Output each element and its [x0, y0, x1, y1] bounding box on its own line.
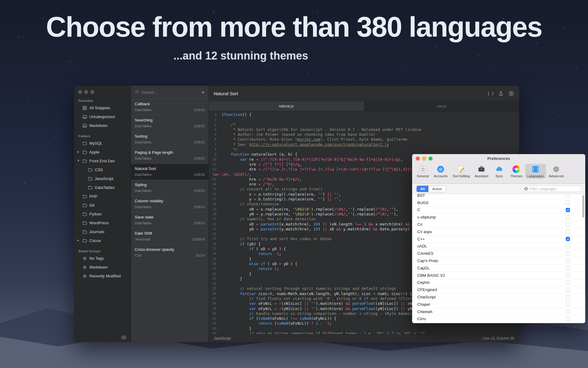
language-checkbox[interactable]	[566, 194, 570, 197]
line-number: 35	[209, 286, 219, 291]
snippet-meta: CSS3/1/14	[135, 254, 205, 257]
sidebar-item-markdown[interactable]: Markdown	[74, 263, 131, 272]
prefs-tab-themes[interactable]: Themes	[508, 164, 525, 179]
prefs-tab-accounts[interactable]: @Accounts	[432, 164, 450, 179]
language-checkbox[interactable]	[566, 266, 570, 270]
braces-icon[interactable]: { }	[488, 91, 494, 96]
sidebar-item-php[interactable]: PHP	[74, 192, 131, 201]
language-checkbox[interactable]	[566, 288, 570, 292]
sidebar-item-apple[interactable]: ▶Apple	[74, 148, 131, 157]
language-checkbox[interactable]	[566, 208, 570, 212]
sidebar-item-cocoa[interactable]: ▶Cocoa	[74, 236, 131, 245]
sidebar-item-recently-modified[interactable]: Recently Modified	[74, 272, 131, 280]
language-row-bugs[interactable]: BUGS	[412, 199, 585, 207]
segment-all[interactable]: All	[417, 186, 428, 192]
filter-languages-field[interactable]: Filter Languages	[521, 186, 581, 192]
sidebar-item-css[interactable]: CSS	[74, 165, 131, 174]
language-checkbox[interactable]	[566, 229, 570, 234]
language-checkbox[interactable]	[566, 309, 570, 314]
language-row-cap-n-proto[interactable]: Cap'n Proto	[412, 257, 585, 265]
sidebar-item-label: Apple	[89, 150, 99, 154]
zoom-button[interactable]	[429, 157, 433, 161]
snippet-item-natural-sort[interactable]: Natural SortDataTables1/26/15	[131, 164, 208, 180]
language-checkbox[interactable]	[566, 215, 570, 219]
sidebar-item-front-end-dev[interactable]: ▶Front End Dev	[74, 157, 131, 165]
language-row-chapel[interactable]: Chapel	[412, 301, 585, 308]
sidebar-item-label: Cocoa	[89, 238, 101, 243]
language-row-bst[interactable]: BST	[412, 194, 585, 199]
share-icon[interactable]	[498, 91, 504, 96]
language-checkbox[interactable]	[566, 259, 570, 263]
snippet-item-date-shift[interactable]: Date ShiftJavaScript12/30/14	[131, 229, 208, 245]
language-checkbox[interactable]	[566, 237, 570, 241]
language-row-c[interactable]: C	[412, 207, 585, 214]
code-text: // rely on string comparison if differen…	[219, 331, 519, 334]
language-row-c[interactable]: C++	[412, 236, 585, 243]
snippet-item-sorting[interactable]: SortingDataTables1/26/15	[131, 132, 208, 148]
sidebar-item-markdown[interactable]: Markdown	[74, 121, 131, 130]
language-status[interactable]: JavaScript	[214, 336, 231, 341]
minimize-button[interactable]	[84, 90, 88, 94]
language-row-c[interactable]: C#	[412, 221, 585, 228]
prefs-tab-assistant[interactable]: Assistant	[472, 164, 490, 179]
close-button[interactable]	[78, 90, 82, 94]
zoom-button[interactable]	[90, 90, 94, 94]
prefs-tab-languages[interactable]: { }Languages	[525, 164, 546, 179]
language-checkbox[interactable]	[566, 244, 570, 248]
language-checkbox[interactable]	[566, 222, 570, 227]
language-checkbox[interactable]	[566, 317, 570, 321]
language-row-cirru[interactable]: Cirru	[412, 316, 585, 323]
sidebar-item-python[interactable]: Python	[74, 210, 131, 218]
language-row-cbm-basic-v2[interactable]: CBM BASIC V2	[412, 272, 585, 279]
snippet-item-searching[interactable]: SearchingDataTables1/26/15	[131, 115, 208, 132]
prefs-tab-advanced[interactable]: Advanced	[547, 164, 566, 179]
add-snippet-button[interactable]: +	[201, 89, 205, 96]
sidebar-item-javascript[interactable]: JavaScript	[74, 174, 131, 183]
disclosure-triangle-icon[interactable]: ▶	[77, 151, 79, 153]
language-row-c-aspx[interactable]: C# aspx	[412, 228, 585, 236]
sidebar-item-all-snippets[interactable]: All Snippets	[74, 103, 131, 112]
toggle-sidebar-icon[interactable]	[121, 335, 127, 339]
sidebar-item-uncategorized[interactable]: Uncategorized	[74, 112, 131, 121]
sidebar-item-datatables[interactable]: DataTables	[74, 183, 131, 192]
language-checkbox[interactable]	[566, 251, 570, 256]
sidebar-item-git[interactable]: Git	[74, 201, 131, 210]
language-row-ceylon[interactable]: Ceylon	[412, 279, 585, 287]
snippet-item-paging-page-length[interactable]: Paging & Page lengthDataTables1/26/15	[131, 148, 208, 164]
tab-natural-js[interactable]: natural.js	[209, 101, 364, 111]
prefs-tab-text-editing[interactable]: Text Editing	[450, 164, 472, 179]
line-number: 15	[209, 187, 219, 192]
language-checkbox[interactable]	[566, 280, 570, 285]
snippet-item-styling[interactable]: StylingDataTables1/26/15	[131, 180, 208, 196]
language-row-camkes[interactable]: CAmkES	[412, 250, 585, 257]
search-input[interactable]: Search...	[141, 90, 199, 95]
language-checkbox[interactable]	[566, 273, 570, 277]
close-button[interactable]	[416, 157, 420, 161]
sidebar-item-wordpress[interactable]: WordPress	[74, 218, 131, 227]
sidebar-item-no-tags[interactable]: No Tags	[74, 254, 131, 263]
language-row-cfengine3[interactable]: CFEngine3	[412, 286, 585, 294]
language-row-chaiscript[interactable]: ChaiScript	[412, 294, 585, 301]
add-tab-icon[interactable]	[508, 91, 514, 96]
snippet-item-column-visibility[interactable]: Column visibilityDataTables1/26/15	[131, 196, 208, 212]
prefs-tab-general[interactable]: General	[415, 164, 431, 179]
sidebar-item-journals[interactable]: Journals	[74, 227, 131, 236]
scrollbar-thumb[interactable]	[582, 195, 584, 218]
snippet-item-callback[interactable]: CallbackDataTables1/26/15	[131, 99, 208, 115]
segment-active[interactable]: Active	[428, 186, 446, 192]
language-row-cadl[interactable]: cADL	[412, 243, 585, 250]
language-checkbox[interactable]	[566, 295, 570, 299]
prefs-tab-sync[interactable]: Sync	[491, 164, 508, 179]
tab-use-js[interactable]: use.js	[364, 101, 519, 111]
language-checkbox[interactable]	[566, 200, 570, 205]
language-row-c-objdump[interactable]: c-objdump	[412, 214, 585, 221]
sidebar-item-mysql[interactable]: MySQL	[74, 139, 131, 148]
snippet-item-cross-browser-opacity[interactable]: Cross-browser opacityCSS3/1/14	[131, 245, 208, 261]
language-row-capdl[interactable]: CapDL	[412, 265, 585, 272]
minimize-button[interactable]	[422, 157, 426, 161]
language-row-cheetah[interactable]: Cheetah	[412, 308, 585, 316]
disclosure-triangle-icon[interactable]: ▶	[77, 160, 80, 162]
disclosure-triangle-icon[interactable]: ▶	[77, 239, 79, 242]
language-checkbox[interactable]	[566, 302, 570, 306]
snippet-item-save-state[interactable]: Save stateDataTables1/26/15	[131, 212, 208, 229]
